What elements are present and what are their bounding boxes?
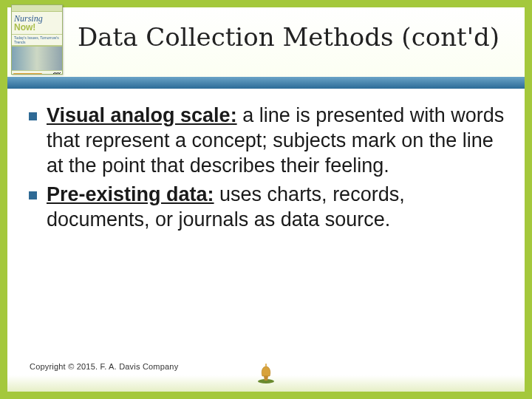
bullet-term: Pre-existing data: bbox=[47, 183, 214, 205]
book-qr-icon bbox=[53, 72, 61, 75]
slide: Nursing Now! Today's Issues, Tomorrow's … bbox=[0, 0, 532, 399]
lamp-icon bbox=[257, 362, 275, 384]
book-bottom-strip: Seventh Edition bbox=[12, 70, 62, 75]
book-title-block: Nursing Now! bbox=[12, 12, 62, 34]
copyright-text: Copyright © 2015. F. A. Davis Company bbox=[30, 362, 178, 371]
slide-title: Data Collection Methods (cont'd) bbox=[78, 22, 510, 52]
book-photo bbox=[12, 46, 62, 70]
book-edition: Seventh Edition bbox=[13, 73, 42, 75]
bullet-term: Visual analog scale: bbox=[47, 104, 237, 126]
content-area: Visual analog scale: a line is presented… bbox=[26, 103, 506, 347]
footer: Copyright © 2015. F. A. Davis Company bbox=[7, 362, 525, 392]
book-now: Now! bbox=[14, 23, 62, 32]
book-subtitle: Today's Issues, Tomorrow's Trends bbox=[12, 34, 62, 46]
book-cover-thumbnail: Nursing Now! Today's Issues, Tomorrow's … bbox=[11, 4, 63, 75]
list-item: Pre-existing data: uses charts, records,… bbox=[26, 183, 506, 233]
book-author-strip bbox=[12, 5, 62, 12]
header-accent-bar bbox=[7, 77, 525, 89]
header: Nursing Now! Today's Issues, Tomorrow's … bbox=[7, 7, 525, 89]
bullet-list: Visual analog scale: a line is presented… bbox=[26, 103, 506, 233]
list-item: Visual analog scale: a line is presented… bbox=[26, 103, 506, 178]
